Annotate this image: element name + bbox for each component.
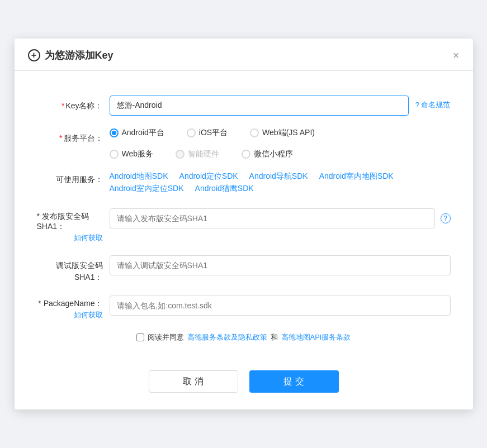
- service-android-map[interactable]: Android地图SDK: [110, 171, 168, 182]
- release-sha1-label-group: * 发布版安全码SHA1： 如何获取: [37, 208, 110, 243]
- package-name-label: * PackageName：: [38, 299, 102, 309]
- radio-android-label: Android平台: [122, 128, 164, 138]
- agreement-link2[interactable]: 高德地图API服务条款: [281, 332, 351, 342]
- package-name-row: * PackageName： 如何获取: [37, 296, 451, 320]
- platform-radio-group: Android平台 iOS平台 Web端(JS API): [110, 128, 451, 159]
- release-sha1-input[interactable]: [110, 208, 435, 228]
- radio-web-js[interactable]: Web端(JS API): [250, 128, 315, 138]
- agreement-row: 阅读并同意 高德服务条款及隐私政策 和 高德地图API服务条款: [37, 332, 451, 342]
- add-key-dialog: + 为悠游添加Key × *Key名称： ? 命名规范 *服务平台：: [15, 39, 473, 409]
- service-android-indoor-loc[interactable]: Android室内定位SDK: [110, 184, 184, 194]
- dialog-footer: 取 消 提 交: [15, 365, 473, 409]
- radio-web-service-circle: [110, 150, 119, 159]
- release-sha1-label: * 发布版安全码SHA1：: [37, 212, 103, 232]
- key-name-label: *Key名称：: [37, 96, 110, 112]
- close-icon[interactable]: ×: [453, 50, 460, 61]
- key-name-row: *Key名称： ? 命名规范: [37, 96, 451, 116]
- release-sha1-content: ?: [110, 208, 451, 228]
- radio-web-js-label: Web端(JS API): [262, 128, 315, 138]
- agreement-checkbox[interactable]: [136, 333, 144, 341]
- services-row-2: Android室内定位SDK Android猎鹰SDK: [110, 184, 451, 194]
- radio-ios-circle: [187, 128, 196, 137]
- radio-android[interactable]: Android平台: [110, 128, 164, 138]
- radio-android-circle: [110, 128, 119, 137]
- add-circle-icon: +: [28, 49, 40, 61]
- agreement-link1[interactable]: 高德服务条款及隐私政策: [187, 332, 267, 342]
- naming-rule-link[interactable]: ? 命名规范: [415, 96, 451, 110]
- radio-ios[interactable]: iOS平台: [187, 128, 228, 138]
- radio-smart-hw-circle: [176, 150, 185, 159]
- radio-ios-label: iOS平台: [199, 128, 228, 138]
- debug-sha1-row: 调试版安全码SHA1：: [37, 255, 451, 283]
- package-name-content: [110, 296, 451, 316]
- service-platform-label: *服务平台：: [37, 128, 110, 144]
- key-name-input[interactable]: [110, 96, 409, 116]
- service-platform-row: *服务平台： Android平台 iOS平台: [37, 128, 451, 159]
- dialog-title: + 为悠游添加Key: [28, 49, 114, 62]
- radio-wechat-label: 微信小程序: [254, 149, 293, 159]
- agreement-and: 和: [271, 332, 278, 342]
- service-platform-required: *: [59, 134, 62, 142]
- release-sha1-input-group: ?: [110, 208, 451, 228]
- release-sha1-help-icon[interactable]: ?: [441, 213, 451, 223]
- available-services-row: 可使用服务： Android地图SDK Android定位SDK Android…: [37, 171, 451, 196]
- radio-web-service-label: Web服务: [122, 149, 154, 159]
- radio-wechat[interactable]: 微信小程序: [242, 149, 293, 159]
- platform-row-2: Web服务 智能硬件 微信小程序: [110, 149, 451, 159]
- dialog-title-text: 为悠游添加Key: [45, 49, 114, 62]
- radio-smart-hw: 智能硬件: [176, 149, 219, 159]
- radio-web-service[interactable]: Web服务: [110, 149, 154, 159]
- service-android-indoor-map[interactable]: Android室内地图SDK: [319, 171, 394, 182]
- dialog-body: *Key名称： ? 命名规范 *服务平台： Android平台: [15, 82, 473, 365]
- available-services-label: 可使用服务：: [37, 171, 110, 185]
- cancel-button[interactable]: 取 消: [149, 370, 238, 393]
- key-name-required: *: [62, 101, 64, 110]
- service-android-nav[interactable]: Android导航SDK: [249, 171, 308, 182]
- radio-smart-hw-label: 智能硬件: [188, 149, 219, 159]
- service-android-location[interactable]: Android定位SDK: [179, 171, 238, 182]
- package-name-label-group: * PackageName： 如何获取: [37, 296, 110, 320]
- radio-web-js-circle: [250, 128, 259, 137]
- package-name-how-to[interactable]: 如何获取: [74, 310, 103, 320]
- radio-wechat-circle: [242, 150, 250, 159]
- header-divider: [15, 70, 473, 71]
- debug-sha1-input[interactable]: [110, 255, 451, 275]
- debug-sha1-content: [110, 255, 451, 275]
- release-sha1-how-to[interactable]: 如何获取: [74, 233, 103, 243]
- agreement-text1: 阅读并同意: [148, 332, 184, 342]
- dialog-header: + 为悠游添加Key ×: [15, 39, 473, 70]
- key-name-content: [110, 96, 409, 116]
- service-platform-content: Android平台 iOS平台 Web端(JS API): [110, 128, 451, 159]
- debug-sha1-label: 调试版安全码SHA1：: [37, 255, 110, 283]
- submit-button[interactable]: 提 交: [249, 370, 339, 393]
- package-name-input[interactable]: [110, 296, 451, 316]
- platform-row-1: Android平台 iOS平台 Web端(JS API): [110, 128, 451, 138]
- service-android-hawk[interactable]: Android猎鹰SDK: [195, 184, 254, 194]
- release-sha1-row: * 发布版安全码SHA1： 如何获取 ?: [37, 208, 451, 243]
- services-row-1: Android地图SDK Android定位SDK Android导航SDK A…: [110, 171, 451, 182]
- available-services-content: Android地图SDK Android定位SDK Android导航SDK A…: [110, 171, 451, 196]
